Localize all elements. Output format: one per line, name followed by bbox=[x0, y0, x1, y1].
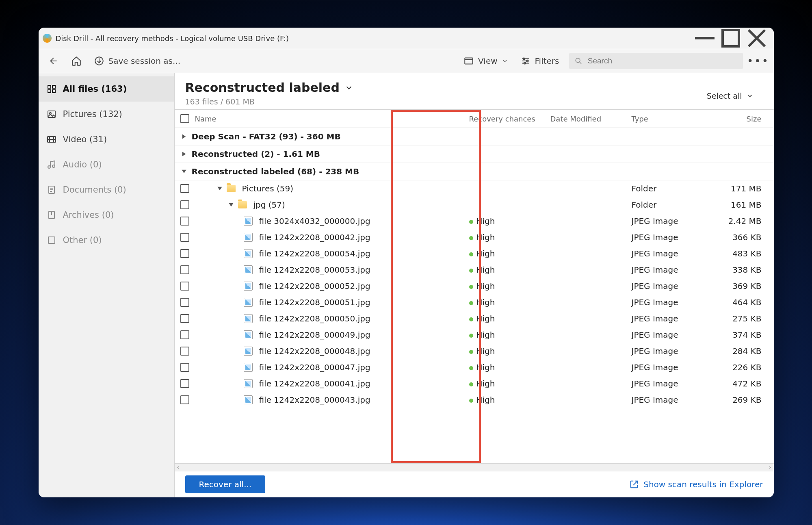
row-checkbox[interactable] bbox=[180, 395, 189, 404]
caret-down-icon[interactable] bbox=[181, 169, 187, 174]
body: All files (163)Pictures (132)Video (31)A… bbox=[39, 73, 774, 497]
row-checkbox[interactable] bbox=[180, 314, 189, 323]
file-row[interactable]: file 1242x2208_000043.jpgHighJPEG Image2… bbox=[175, 392, 774, 408]
image-file-icon bbox=[244, 347, 253, 356]
sidebar-documents[interactable]: Documents (0) bbox=[39, 177, 174, 202]
sidebar-item-label: Documents (0) bbox=[63, 185, 126, 195]
back-button[interactable] bbox=[46, 54, 61, 68]
file-row[interactable]: file 1242x2208_000049.jpgHighJPEG Image3… bbox=[175, 327, 774, 343]
svg-marker-40 bbox=[229, 203, 233, 206]
row-checkbox[interactable] bbox=[180, 184, 189, 193]
column-header-recovery[interactable]: Recovery chances bbox=[469, 115, 550, 123]
row-checkbox[interactable] bbox=[180, 249, 189, 258]
image-file-icon bbox=[244, 282, 253, 291]
row-checkbox[interactable] bbox=[180, 363, 189, 372]
column-header-date[interactable]: Date Modified bbox=[550, 115, 632, 123]
row-checkbox[interactable] bbox=[180, 347, 189, 356]
column-header-size[interactable]: Size bbox=[705, 115, 774, 123]
svg-line-41 bbox=[633, 481, 637, 485]
home-button[interactable] bbox=[69, 54, 84, 68]
file-row[interactable]: file 1242x2208_000048.jpgHighJPEG Image2… bbox=[175, 343, 774, 359]
sidebar-other[interactable]: Other (0) bbox=[39, 228, 174, 253]
caret-right-icon[interactable] bbox=[181, 151, 187, 157]
row-checkbox[interactable] bbox=[180, 233, 189, 242]
file-row[interactable]: file 1242x2208_000052.jpgHighJPEG Image3… bbox=[175, 278, 774, 294]
main-title-row[interactable]: Reconstructed labeled bbox=[185, 80, 763, 95]
maximize-button[interactable] bbox=[718, 28, 744, 49]
sidebar-item-label: Audio (0) bbox=[63, 160, 102, 169]
sidebar-archives[interactable]: Archives (0) bbox=[39, 202, 174, 228]
file-row[interactable]: file 1242x2208_000047.jpgHighJPEG Image2… bbox=[175, 359, 774, 375]
row-checkbox[interactable] bbox=[180, 200, 189, 209]
row-checkbox[interactable] bbox=[180, 265, 189, 274]
row-checkbox[interactable] bbox=[180, 330, 189, 339]
sidebar-video[interactable]: Video (31) bbox=[39, 127, 174, 152]
file-row[interactable]: file 1242x2208_000051.jpgHighJPEG Image4… bbox=[175, 294, 774, 310]
image-file-icon bbox=[244, 330, 253, 339]
sidebar-pictures[interactable]: Pictures (132) bbox=[39, 102, 174, 127]
more-button[interactable]: ••• bbox=[750, 55, 767, 67]
caret-down-icon[interactable] bbox=[228, 202, 234, 208]
folder-row[interactable]: jpg (57)Folder161 MB bbox=[175, 197, 774, 213]
row-checkbox[interactable] bbox=[180, 379, 189, 388]
row-checkbox[interactable] bbox=[180, 298, 189, 307]
recovery-chance: High bbox=[476, 265, 495, 275]
close-button[interactable] bbox=[744, 28, 770, 49]
group-row[interactable]: Reconstructed (2) - 1.61 MB bbox=[175, 145, 774, 163]
table-header: Name Recovery chances Date Modified Type… bbox=[175, 110, 774, 128]
sidebar-audio[interactable]: Audio (0) bbox=[39, 152, 174, 177]
file-name: file 1242x2208_000053.jpg bbox=[259, 265, 370, 275]
column-header-type[interactable]: Type bbox=[632, 115, 705, 123]
view-button[interactable]: View bbox=[461, 54, 510, 68]
file-size: 472 KB bbox=[705, 379, 774, 388]
file-row[interactable]: file 1242x2208_000041.jpgHighJPEG Image4… bbox=[175, 375, 774, 392]
recovery-dot-icon bbox=[469, 317, 473, 321]
caret-down-icon[interactable] bbox=[217, 186, 223, 191]
chevron-down-icon bbox=[746, 92, 754, 100]
file-row[interactable]: file 1242x2208_000054.jpgHighJPEG Image4… bbox=[175, 245, 774, 262]
file-row[interactable]: file 1242x2208_000053.jpgHighJPEG Image3… bbox=[175, 262, 774, 278]
header-checkbox[interactable] bbox=[180, 114, 189, 123]
group-label: Reconstructed labeled (68) - 238 MB bbox=[192, 167, 359, 176]
filters-button[interactable]: Filters bbox=[518, 54, 562, 68]
footer: Recover all... Show scan results in Expl… bbox=[175, 471, 774, 497]
file-name: file 1242x2208_000052.jpg bbox=[259, 281, 370, 291]
horizontal-scrollbar[interactable]: ‹› bbox=[175, 463, 774, 471]
chevron-down-icon bbox=[502, 58, 508, 64]
file-type: JPEG Image bbox=[632, 379, 705, 388]
row-checkbox[interactable] bbox=[180, 282, 189, 291]
main-subtitle: 163 files / 601 MB bbox=[185, 97, 763, 106]
file-row[interactable]: file 3024x4032_000000.jpgHighJPEG Image2… bbox=[175, 213, 774, 229]
folder-size: 171 MB bbox=[705, 184, 774, 193]
group-row[interactable]: Deep Scan - FAT32 (93) - 360 MB bbox=[175, 128, 774, 145]
group-label: Deep Scan - FAT32 (93) - 360 MB bbox=[192, 132, 341, 141]
minimize-button[interactable] bbox=[692, 28, 718, 49]
recover-all-button[interactable]: Recover all... bbox=[185, 475, 266, 493]
file-row[interactable]: file 1242x2208_000050.jpgHighJPEG Image2… bbox=[175, 310, 774, 327]
sidebar-all-files[interactable]: All files (163) bbox=[39, 76, 174, 102]
recovery-chance: High bbox=[476, 216, 495, 226]
sidebar-item-label: Archives (0) bbox=[63, 210, 114, 220]
folder-row[interactable]: Pictures (59)Folder171 MB bbox=[175, 180, 774, 197]
search-box[interactable] bbox=[569, 53, 743, 69]
group-row[interactable]: Reconstructed labeled (68) - 238 MB bbox=[175, 163, 774, 180]
save-session-button[interactable]: Save session as... bbox=[91, 54, 183, 68]
window-title: Disk Drill - All recovery methods - Logi… bbox=[56, 34, 289, 43]
filters-label: Filters bbox=[535, 56, 559, 66]
caret-right-icon[interactable] bbox=[181, 134, 187, 139]
select-all-button[interactable]: Select all bbox=[707, 91, 754, 100]
show-in-explorer-label: Show scan results in Explorer bbox=[643, 479, 763, 489]
table-wrap[interactable]: Name Recovery chances Date Modified Type… bbox=[175, 109, 774, 463]
show-in-explorer-button[interactable]: Show scan results in Explorer bbox=[630, 479, 763, 489]
svg-line-16 bbox=[579, 62, 581, 64]
video-icon bbox=[47, 135, 56, 144]
column-header-name[interactable]: Name bbox=[195, 115, 469, 123]
search-input[interactable] bbox=[587, 56, 737, 66]
image-file-icon bbox=[244, 395, 253, 404]
row-checkbox[interactable] bbox=[180, 217, 189, 226]
file-size: 269 KB bbox=[705, 395, 774, 405]
file-row[interactable]: file 1242x2208_000042.jpgHighJPEG Image3… bbox=[175, 229, 774, 245]
file-size: 374 KB bbox=[705, 330, 774, 340]
svg-rect-1 bbox=[723, 30, 739, 46]
folder-name: Pictures (59) bbox=[242, 184, 294, 193]
